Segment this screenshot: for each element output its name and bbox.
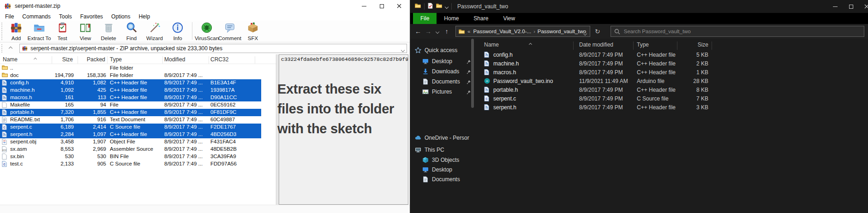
- column-separator[interactable]: [209, 56, 209, 64]
- maximize-button[interactable]: [843, 0, 859, 13]
- column-separator[interactable]: [52, 56, 52, 64]
- ribbon-tab-share[interactable]: Share: [466, 13, 496, 24]
- sidebar-item-desktop[interactable]: Desktop: [410, 166, 478, 174]
- address-bar[interactable]: « Password_Vault_V2.0-... › Password_vau…: [455, 26, 590, 37]
- new-folder-icon[interactable]: [436, 3, 442, 10]
- hfile-icon: h: [2, 80, 7, 87]
- toolbar-test-button[interactable]: Test: [51, 21, 74, 42]
- sidebar-item-quick-access[interactable]: Quick access: [410, 46, 478, 54]
- toolbar-sfx-button[interactable]: SFX: [241, 21, 264, 42]
- customize-qat-button[interactable]: [445, 3, 448, 10]
- forward-button[interactable]: →: [423, 28, 433, 35]
- address-dropdown-button[interactable]: [584, 30, 587, 36]
- sidebar-item-documents[interactable]: Documents: [410, 175, 478, 183]
- up-one-level-button[interactable]: [6, 44, 16, 53]
- ribbon-tab-home[interactable]: Home: [437, 13, 466, 24]
- sidebar-item-desktop[interactable]: Desktop: [410, 57, 478, 65]
- archive-row-makefile[interactable]: Makefile16594File8/9/2017 7:49 ...0EC591…: [0, 101, 261, 109]
- toolbar-info-button[interactable]: Info: [166, 21, 189, 42]
- toolbar-extract-to-button[interactable]: Extract To: [28, 21, 51, 42]
- archive-path-combobox[interactable]: serpent-master.zip\serpent-master - ZIP …: [19, 44, 407, 53]
- column-separator[interactable]: [573, 41, 574, 50]
- archive-row-serpent-c[interactable]: cserpent.c6,1892,414C Source file8/9/201…: [0, 124, 261, 131]
- archive-row-parent[interactable]: ..File folder: [0, 65, 261, 72]
- toolbar-wizard-button[interactable]: Wizard: [143, 21, 166, 42]
- column-separator[interactable]: [78, 56, 78, 64]
- cfile-icon: c: [484, 95, 489, 103]
- nav-pane-scrollbar[interactable]: [471, 39, 474, 108]
- column-separator[interactable]: [712, 41, 712, 50]
- menu-file[interactable]: File: [1, 12, 18, 21]
- menu-options[interactable]: Options: [107, 12, 134, 21]
- toolbar-add-button[interactable]: Add: [5, 21, 28, 42]
- archive-row-serpent-obj[interactable]: serpent.obj3,4581,907Object File8/9/2017…: [0, 138, 261, 146]
- menu-help[interactable]: Help: [134, 12, 154, 21]
- menu-tools[interactable]: Tools: [55, 12, 76, 21]
- archive-row-serpent-h[interactable]: hserpent.h2,2841,097C++ Header file8/9/2…: [0, 131, 261, 138]
- toolbar-comment-button[interactable]: Comment: [218, 21, 241, 42]
- column-separator[interactable]: [255, 56, 255, 64]
- file-row-portable-h[interactable]: hportable.h8/9/2017 7:49 PMC++ Header fi…: [479, 86, 864, 95]
- archive-row-sx-asm[interactable]: ASMsx.asm8,5532,969Assembler Source8/9/2…: [0, 146, 261, 153]
- column-separator[interactable]: [633, 41, 634, 50]
- ribbon-tab-file[interactable]: File: [413, 13, 437, 24]
- search-box[interactable]: Search Password_vault_two: [611, 26, 864, 37]
- file-row-serpent-h[interactable]: hserpent.h8/9/2017 7:49 PMC++ Header fil…: [479, 103, 864, 112]
- column-separator[interactable]: [162, 56, 163, 64]
- archive-row-test-c[interactable]: ctest.c2,133905C Source file8/9/2017 7:4…: [0, 160, 261, 168]
- archive-row-sx-bin[interactable]: sx.bin530530BIN File8/9/2017 7:49 ...3CA…: [0, 153, 261, 160]
- toolbar-virusscan-button[interactable]: VirusScan: [195, 21, 218, 42]
- toolbar-view-button[interactable]: View: [74, 21, 97, 42]
- file-row-password-vault-two-ino[interactable]: ∞Password_vault_two.ino11/9/2021 11:49 A…: [479, 77, 864, 86]
- column-header-crc32[interactable]: CRC32: [210, 56, 228, 63]
- column-separator[interactable]: [107, 56, 108, 64]
- cell-type: BIN File: [110, 154, 129, 159]
- column-header-packed[interactable]: Packed: [78, 56, 105, 63]
- column-header-type[interactable]: Type: [110, 56, 122, 63]
- column-header-size[interactable]: Size: [46, 56, 73, 63]
- close-button[interactable]: [859, 0, 868, 13]
- archive-row-machine-h[interactable]: hmachine.h1,092425C++ Header file8/9/201…: [0, 87, 261, 94]
- close-button[interactable]: [390, 0, 408, 12]
- column-header-type[interactable]: Type: [637, 41, 649, 48]
- properties-check-icon[interactable]: [428, 3, 433, 10]
- breadcrumb-overflow[interactable]: «: [467, 29, 470, 34]
- up-button[interactable]: ↑: [442, 28, 452, 35]
- minimize-button[interactable]: [355, 0, 373, 12]
- combobox-dropdown-button[interactable]: [401, 47, 404, 53]
- ribbon-tab-view[interactable]: View: [496, 13, 522, 24]
- menu-commands[interactable]: Commands: [18, 12, 54, 21]
- refresh-button[interactable]: ↻: [595, 28, 600, 35]
- sidebar-item-onedrive-persor[interactable]: OneDrive - Persor: [410, 134, 478, 142]
- desktop-icon: [422, 58, 429, 65]
- breadcrumb-parent[interactable]: Password_Vault_V2.0-...: [473, 29, 531, 34]
- column-header-size[interactable]: Size: [672, 41, 708, 48]
- minimize-button[interactable]: [827, 0, 843, 13]
- column-header-modified[interactable]: Modified: [164, 56, 185, 63]
- sidebar-item-3d-objects[interactable]: 3D Objects: [410, 156, 478, 164]
- toolbar-delete-button[interactable]: Delete: [97, 21, 120, 42]
- file-row-macros-h[interactable]: hmacros.h8/9/2017 7:49 PMC++ Header file…: [479, 68, 864, 77]
- sidebar-item-documents[interactable]: Documents: [410, 77, 478, 86]
- archive-row-macros-h[interactable]: hmacros.h161113C++ Header file8/9/2017 7…: [0, 94, 261, 101]
- sidebar-item-this-pc[interactable]: This PC: [410, 146, 478, 154]
- file-row-serpent-c[interactable]: cserpent.c8/9/2017 7:49 PMC Source file7…: [479, 95, 864, 103]
- recent-locations-button[interactable]: [433, 28, 442, 35]
- archive-row-portable-h[interactable]: hportable.h7,3201,855C++ Header file8/9/…: [0, 109, 261, 116]
- archive-row-readme-txt[interactable]: README.txt1,706916Text Document8/9/2017 …: [0, 116, 261, 124]
- menu-favorites[interactable]: Favorites: [76, 12, 107, 21]
- column-separator[interactable]: [677, 41, 677, 50]
- archive-row-config-h[interactable]: hconfig.h4,9101,082C++ Header file8/9/20…: [0, 79, 261, 87]
- sidebar-item-downloads[interactable]: Downloads: [410, 67, 478, 76]
- breadcrumb-current[interactable]: Password_vault_two: [538, 29, 586, 34]
- column-header-name[interactable]: Name: [484, 41, 499, 48]
- sidebar-item-pictures[interactable]: Pictures: [410, 88, 478, 96]
- column-header-date-modified[interactable]: Date modified: [579, 41, 613, 48]
- file-row-config-h[interactable]: hconfig.h8/9/2017 7:49 PMC++ Header file…: [479, 51, 864, 59]
- toolbar-find-button[interactable]: Find: [120, 21, 143, 42]
- file-row-machine-h[interactable]: hmachine.h8/9/2017 7:49 PMC++ Header fil…: [479, 59, 864, 68]
- column-header-name[interactable]: Name: [3, 56, 18, 63]
- maximize-button[interactable]: [373, 0, 390, 12]
- back-button[interactable]: ←: [413, 28, 423, 35]
- archive-row-doc[interactable]: doc194,799158,336File folder8/9/2017 7:4…: [0, 72, 261, 79]
